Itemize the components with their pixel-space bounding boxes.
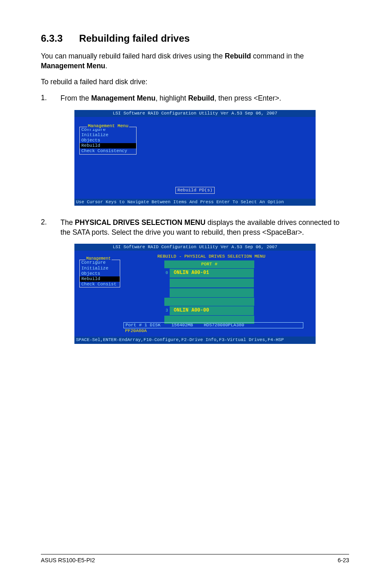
intro-paragraph-2: To rebuild a failed hard disk drive: [41,77,349,87]
text: , then press <Enter>. [214,94,281,102]
text-bold: Management Menu [41,62,105,70]
drive-row [164,288,254,298]
menu-item-objects: Objects [80,271,120,276]
management-menu-box: Management Configure Initialize Objects … [79,260,120,287]
disk-info-line-1: Port # 1 DISK 156402MB HDS728080PLA380 [123,322,303,328]
rebuild-frame-title: REBUILD - PHYSICAL DRIVES SELECTION MENU [136,254,287,259]
text: , highlight [155,94,188,102]
drive-index [164,278,169,288]
menu-item-rebuild: Rebuild [80,276,120,282]
menu-item-initialize: Initialize [80,132,136,138]
terminal-title: LSI Software RAID Configuration Utility … [74,244,316,251]
terminal-screenshot-1: LSI Software RAID Configuration Utility … [74,110,316,206]
footer-left: ASUS RS100-E5-PI2 [41,557,95,563]
text-bold: PHYSICAL DRIVES SELECTION MENU [75,218,206,227]
management-menu-title: Management [85,256,112,261]
page-footer: ASUS RS100-E5-PI2 6-23 [41,554,349,563]
disk-info: Port # 1 DISK 156402MB HDS728080PLA380 P… [123,322,303,334]
terminal-footer: SPACE-Sel,ENTER-EndArray,F10-Configure,F… [74,337,316,343]
drive-label: ONLIN A00-01 [169,268,254,278]
text: . [105,62,108,70]
text: command in the [251,52,304,60]
step-1: 1. From the Management Menu, highlight R… [41,94,349,103]
management-menu-title: Management Menu [87,123,129,129]
text-bold: Rebuild [188,94,214,102]
drive-label: ONLIN A00-00 [169,306,254,316]
disk-info-line-2: PF20A60A [123,328,303,334]
terminal-footer: Use Cursor Keys to Navigate Between Item… [74,199,316,206]
step-number: 1. [41,94,61,103]
terminal-body: Management Configure Initialize Objects … [74,251,316,337]
menu-item-check-consistency: Check Consistency [80,148,136,154]
drive-row: 0 ONLIN A00-01 [164,268,254,278]
terminal-title: LSI Software RAID Configuration Utility … [74,110,316,117]
drive-row [164,278,254,288]
step-body: The PHYSICAL DRIVES SELECTION MENU displ… [61,218,349,237]
drive-selection-table: PORT # 0 ONLIN A00-01 3 ONLIN A00-00 [164,260,254,324]
section-heading: 6.3.3Rebuilding failed drives [41,33,349,44]
menu-item-rebuild: Rebuild [80,143,136,148]
text: The [61,218,75,227]
step-2: 2. The PHYSICAL DRIVES SELECTION MENU di… [41,218,349,237]
drive-index [164,288,169,298]
drive-index: 3 [164,306,169,316]
menu-item-check-consist: Check Consist [80,282,120,287]
footer-right: 6-23 [338,557,349,563]
port-header: PORT # [164,260,254,268]
step-body: From the Management Menu, highlight Rebu… [61,94,349,103]
menu-item-objects: Objects [80,138,136,143]
drive-label [169,278,254,288]
drive-row: 3 ONLIN A00-00 [164,306,254,316]
rebuild-pd-box: Rebuild PD(s) [175,187,215,194]
text: You can manually rebuild failed hard dis… [41,52,225,60]
section-title: Rebuilding failed drives [79,33,190,44]
management-menu-box: Management Menu Configure Initialize Obj… [79,127,137,155]
terminal-screenshot-2: LSI Software RAID Configuration Utility … [74,244,316,343]
text-bold: Rebuild [225,52,251,60]
drive-label [169,288,254,298]
drive-index: 0 [164,268,169,278]
text-bold: Management Menu [91,94,156,102]
section-number: 6.3.3 [41,33,63,44]
text: From the [61,94,91,102]
menu-item-initialize: Initialize [80,266,120,271]
intro-paragraph-1: You can manually rebuild failed hard dis… [41,52,349,71]
step-number: 2. [41,218,61,237]
terminal-body: Management Menu Configure Initialize Obj… [74,117,316,199]
